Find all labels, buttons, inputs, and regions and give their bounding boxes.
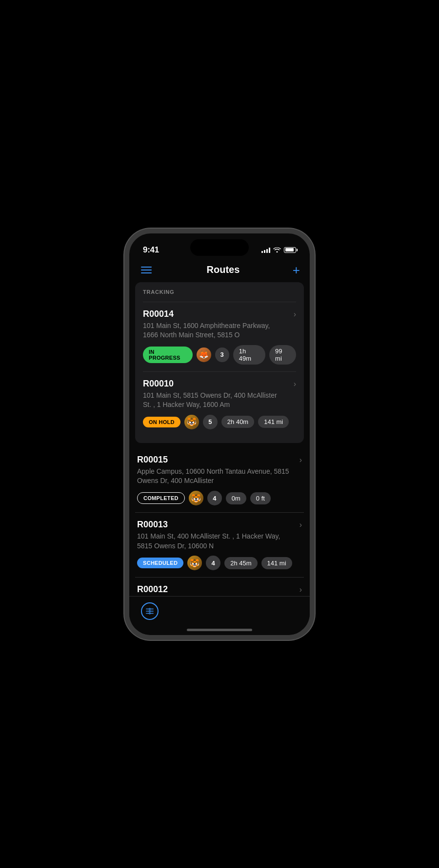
- wifi-icon: [273, 246, 281, 254]
- home-indicator: [187, 629, 252, 631]
- routes-list: R00015 › Apple Campus, 10600 North Tanta…: [129, 448, 310, 601]
- phone-screen: 9:41: [129, 233, 310, 635]
- route-header: R00015 ›: [137, 455, 302, 465]
- route-id: R00010: [143, 379, 174, 389]
- svg-point-2: [149, 613, 151, 614]
- route-header: R00010 ›: [143, 379, 296, 389]
- avatar-emoji: 🐯: [190, 559, 200, 568]
- phone-frame: 9:41: [124, 229, 315, 640]
- route-address: Apple Campus, 10600 North Tantau Avenue,…: [137, 467, 302, 486]
- table-row[interactable]: R00015 › Apple Campus, 10600 North Tanta…: [135, 448, 304, 513]
- stop-count: 5: [203, 415, 218, 429]
- status-icons: [261, 246, 296, 254]
- chevron-right-icon: ›: [294, 310, 296, 319]
- table-row[interactable]: R00013 › 101 Main St, 400 McAllister St.…: [135, 513, 304, 578]
- svg-point-1: [149, 610, 151, 612]
- duration-bubble: 0m: [226, 492, 246, 504]
- avatar: 🐯: [189, 491, 203, 505]
- status-badge: IN PROGRESS: [143, 347, 193, 363]
- route-address: 101 Main St, 400 McAllister St. , 1 Hack…: [137, 532, 302, 551]
- duration-bubble: 1h 49m: [233, 345, 265, 365]
- menu-line-1: [141, 267, 152, 268]
- distance-bubble: 141 mi: [261, 557, 292, 569]
- status-badge: SCHEDULED: [137, 558, 183, 568]
- svg-point-0: [149, 608, 151, 610]
- table-row[interactable]: R00014 › 101 Main St, 1600 Amphitheatre …: [143, 302, 296, 371]
- dynamic-island: [190, 239, 249, 256]
- menu-line-3: [141, 272, 152, 273]
- tracking-section: TRACKING R00014 › 101 Main St, 1600 Amph…: [135, 282, 304, 443]
- status-badge: COMPLETED: [137, 492, 185, 504]
- stop-count: 4: [207, 491, 222, 505]
- routes-content: TRACKING R00014 › 101 Main St, 1600 Amph…: [129, 282, 310, 601]
- duration-bubble: 2h 40m: [221, 416, 254, 428]
- chevron-right-icon: ›: [294, 380, 296, 388]
- chevron-right-icon: ›: [299, 456, 302, 464]
- table-row[interactable]: R00010 › 101 Main St, 5815 Owens Dr, 400…: [143, 371, 296, 436]
- add-route-button[interactable]: +: [293, 264, 300, 276]
- status-time: 9:41: [143, 245, 159, 255]
- route-address: 101 Main St, 5815 Owens Dr, 400 McAllist…: [143, 391, 296, 410]
- chevron-right-icon: ›: [299, 521, 302, 529]
- menu-line-2: [141, 270, 152, 270]
- avatar-emoji: 🦊: [199, 350, 209, 359]
- stop-count: 4: [206, 556, 220, 570]
- avatar-emoji: 🐯: [191, 494, 201, 503]
- distance-bubble: 0 ft: [250, 492, 271, 504]
- route-header: R00013 ›: [137, 520, 302, 530]
- menu-button[interactable]: [139, 265, 154, 275]
- distance-bubble: 99 mi: [269, 345, 296, 365]
- chevron-right-icon: ›: [299, 585, 302, 594]
- tracking-label: TRACKING: [143, 289, 296, 295]
- route-header: R00012 ›: [137, 584, 302, 595]
- duration-bubble: 2h 45m: [224, 557, 257, 569]
- navigation-header: Routes +: [129, 260, 310, 282]
- route-id: R00014: [143, 309, 174, 319]
- avatar: 🦊: [197, 347, 211, 362]
- route-meta: COMPLETED 🐯 4 0m 0 ft: [137, 491, 302, 505]
- route-meta: IN PROGRESS 🦊 3 1h 49m 99 mi: [143, 345, 296, 365]
- distance-bubble: 141 mi: [258, 416, 289, 428]
- avatar: 🐯: [184, 415, 199, 429]
- route-meta: SCHEDULED 🐯 4 2h 45m 141 mi: [137, 556, 302, 570]
- route-address: 101 Main St, 1600 Amphitheatre Parkway, …: [143, 321, 296, 340]
- route-meta: ON HOLD 🐯 5 2h 40m 141 mi: [143, 415, 296, 429]
- route-header: R00014 ›: [143, 309, 296, 319]
- page-title: Routes: [207, 264, 240, 275]
- signal-icon: [261, 247, 270, 253]
- battery-icon: [284, 247, 296, 253]
- route-id: R00015: [137, 455, 168, 465]
- avatar-emoji: 🐯: [187, 417, 197, 426]
- stop-count: 3: [215, 347, 229, 362]
- route-id: R00013: [137, 520, 168, 530]
- route-id: R00012: [137, 584, 168, 595]
- status-badge: ON HOLD: [143, 417, 180, 427]
- filter-button[interactable]: [141, 602, 159, 620]
- avatar: 🐯: [187, 556, 202, 570]
